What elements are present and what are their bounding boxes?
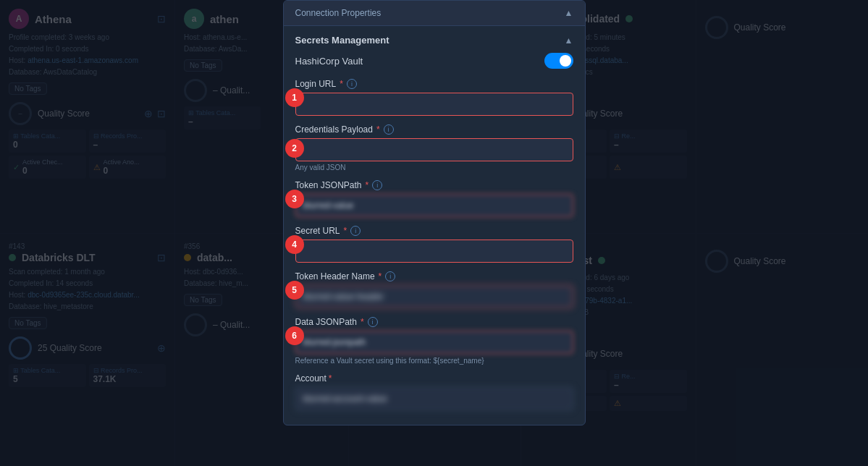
account-input[interactable]	[295, 387, 573, 410]
login-url-label: Login URL * i	[295, 79, 573, 89]
info-icon-3[interactable]: i	[372, 180, 382, 190]
modal-header: Connection Properties ▲	[284, 1, 585, 26]
hashicorp-toggle[interactable]	[544, 53, 573, 69]
secrets-management-label: Secrets Management	[295, 35, 389, 46]
token-header-input[interactable]	[295, 285, 573, 308]
credentials-hint: Any valid JSON	[295, 164, 573, 171]
credentials-label: Credentials Payload * i	[295, 124, 573, 135]
required-2: *	[376, 124, 380, 135]
modal-overlay: Connection Properties ▲ Secrets Manageme…	[0, 0, 868, 466]
step-badge-2: 2	[285, 139, 304, 158]
required-1: *	[340, 79, 343, 89]
required-5: *	[379, 271, 382, 281]
token-jsonpath-input[interactable]	[295, 194, 573, 217]
login-url-input[interactable]	[295, 93, 573, 116]
required-3: *	[366, 180, 369, 190]
secret-url-label: Secret URL * i	[295, 226, 573, 236]
info-icon-6[interactable]: i	[368, 317, 378, 327]
info-icon-1[interactable]: i	[347, 79, 357, 89]
data-jsonpath-hint: Reference a Vault secret using this form…	[295, 357, 573, 365]
required-4: *	[344, 226, 347, 236]
chevron-down-icon[interactable]: ▲	[565, 8, 573, 18]
step-badge-6: 6	[285, 326, 304, 345]
step-badge-5: 5	[285, 281, 304, 300]
modal-header-label: Connection Properties	[295, 8, 382, 18]
token-jsonpath-label: Token JSONPath * i	[295, 180, 573, 190]
data-jsonpath-label: Data JSONPath * i	[295, 317, 573, 327]
connection-properties-modal: Connection Properties ▲ Secrets Manageme…	[283, 0, 586, 425]
info-icon-2[interactable]: i	[384, 124, 394, 135]
secret-url-input[interactable]	[295, 240, 573, 263]
info-icon-4[interactable]: i	[350, 226, 361, 236]
step-badge-4: 4	[285, 235, 304, 254]
required-6: *	[361, 317, 364, 327]
info-icon-5[interactable]: i	[385, 271, 395, 281]
account-label: Account *	[295, 373, 573, 384]
hashicorp-label: HashiCorp Vault	[295, 56, 363, 67]
step-badge-3: 3	[285, 190, 304, 208]
required-account: *	[329, 373, 332, 384]
token-header-label: Token Header Name * i	[295, 271, 573, 281]
credentials-input[interactable]	[295, 138, 573, 161]
chevron-secrets-icon[interactable]: ▲	[565, 35, 573, 46]
step-badge-1: 1	[285, 88, 304, 107]
data-jsonpath-input[interactable]	[295, 331, 573, 354]
